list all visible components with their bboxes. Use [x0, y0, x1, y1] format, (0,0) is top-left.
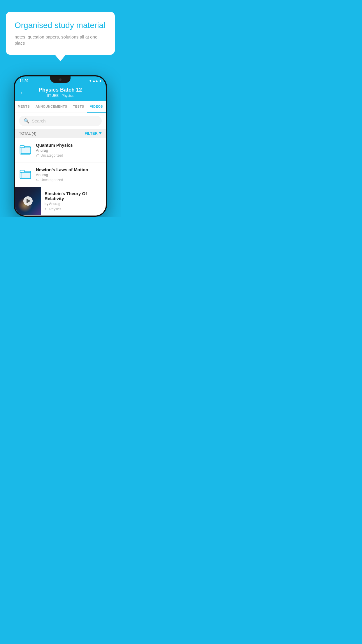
phone-wrapper: 14:29 ▾ ▲▲ ▮ ← Physics Batch 12 IIT JEE … — [0, 75, 121, 217]
video-info: Quantum Physics Anurag 🏷 Uncategorized — [36, 143, 102, 158]
tag-label: Physics — [49, 207, 61, 211]
tag-label: Uncategorized — [41, 178, 63, 182]
filter-bar: TOTAL (4) FILTER — [15, 129, 106, 138]
svg-rect-1 — [20, 146, 24, 148]
filter-button[interactable]: FILTER — [85, 131, 102, 136]
speech-bubble: Organised study material notes, question… — [6, 12, 115, 55]
folder-icon — [19, 168, 32, 181]
subtitle-iitjee: IIT JEE — [47, 94, 59, 98]
volume-up-button — [14, 111, 15, 120]
status-bar: 14:29 ▾ ▲▲ ▮ — [15, 76, 106, 84]
video-list: Quantum Physics Anurag 🏷 Uncategorized — [15, 138, 106, 216]
video-tag: 🏷 Uncategorized — [36, 153, 102, 158]
video-title: Quantum Physics — [36, 143, 102, 148]
total-count: TOTAL (4) — [19, 131, 36, 136]
tag-label: Uncategorized — [41, 153, 63, 158]
status-time: 14:29 — [20, 79, 28, 83]
power-button — [106, 117, 107, 129]
folder-icon — [19, 144, 32, 156]
list-item[interactable]: Einstein's Theory Of Relativity by Anura… — [15, 187, 106, 216]
video-title: Einstein's Theory Of Relativity — [45, 191, 102, 201]
list-item[interactable]: Quantum Physics Anurag 🏷 Uncategorized — [15, 138, 106, 162]
play-icon — [27, 199, 31, 203]
video-author: by Anurag — [45, 202, 102, 206]
status-icons: ▾ ▲▲ ▮ — [89, 79, 101, 83]
list-item[interactable]: Newton's Laws of Motion Anurag 🏷 Uncateg… — [15, 162, 106, 187]
play-button[interactable] — [23, 196, 33, 206]
video-tag: 🏷 Physics — [45, 207, 102, 211]
tab-announcements[interactable]: ANNOUNCEMENTS — [33, 101, 70, 113]
battery-icon: ▮ — [99, 79, 101, 82]
phone-device: 14:29 ▾ ▲▲ ▮ ← Physics Batch 12 IIT JEE … — [14, 75, 107, 217]
phone-notch — [50, 76, 71, 83]
tag-icon: 🏷 — [36, 178, 39, 182]
filter-icon — [99, 132, 102, 134]
video-info: Newton's Laws of Motion Anurag 🏷 Uncateg… — [36, 167, 102, 182]
wifi-icon: ▾ — [89, 79, 91, 83]
svg-rect-5 — [21, 172, 31, 178]
svg-rect-2 — [21, 148, 31, 154]
tab-tests[interactable]: TESTS — [70, 101, 87, 113]
back-button[interactable]: ← — [20, 89, 25, 96]
video-info: Einstein's Theory Of Relativity by Anura… — [41, 187, 106, 215]
filter-label: FILTER — [85, 131, 98, 136]
search-box[interactable]: 🔍 Search — [19, 116, 102, 126]
search-input[interactable]: Search — [32, 118, 46, 123]
video-author: Anurag — [36, 173, 102, 177]
bubble-subtitle: notes, question papers, solutions all at… — [15, 34, 106, 46]
promo-section: Organised study material notes, question… — [0, 0, 121, 61]
volume-down-button — [14, 125, 15, 139]
tag-icon: 🏷 — [36, 153, 39, 158]
search-icon: 🔍 — [24, 118, 29, 124]
video-thumbnail — [15, 187, 41, 215]
svg-rect-4 — [20, 170, 24, 172]
tab-videos[interactable]: VIDEOS — [87, 101, 106, 113]
video-title: Newton's Laws of Motion — [36, 167, 102, 172]
search-container: 🔍 Search — [15, 113, 106, 129]
app-title: Physics Batch 12 — [39, 87, 82, 93]
subtitle-physics: Physics — [61, 94, 73, 98]
tab-bar: MENTS ANNOUNCEMENTS TESTS VIDEOS — [15, 101, 106, 113]
bubble-title: Organised study material — [15, 20, 106, 30]
tag-icon: 🏷 — [45, 207, 48, 211]
app-subtitle: IIT JEE Physics — [47, 94, 73, 98]
signal-icon: ▲▲ — [92, 79, 98, 82]
tab-ments[interactable]: MENTS — [15, 101, 33, 113]
video-tag: 🏷 Uncategorized — [36, 178, 102, 182]
video-author: Anurag — [36, 148, 102, 153]
camera-dot — [59, 78, 61, 81]
app-header: ← Physics Batch 12 IIT JEE Physics — [15, 84, 106, 101]
